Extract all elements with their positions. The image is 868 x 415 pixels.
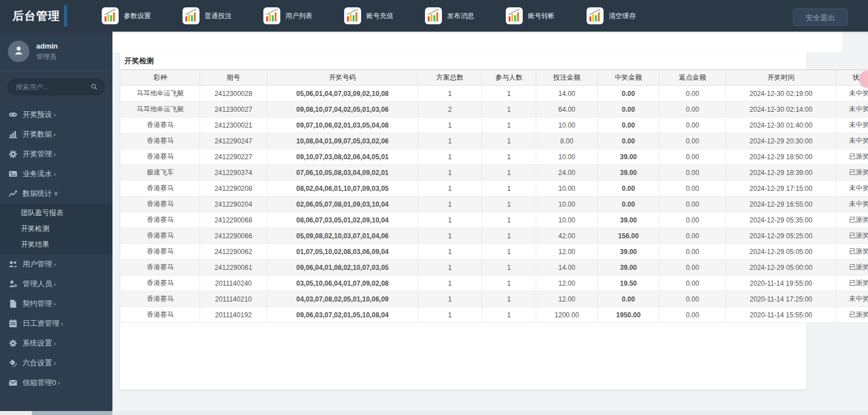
sidebar-item-label: 日工资管理 — [23, 318, 59, 329]
cell-numbers: 09,07,10,06,02,01,03,05,04,08 — [267, 117, 418, 133]
cell-win: 1950.00 — [598, 307, 659, 323]
cell-bet: 14.00 — [536, 86, 598, 102]
sidebar-item-user-manage[interactable]: 用户管理› — [0, 254, 112, 274]
cell-issue: 2412290066 — [200, 228, 267, 244]
cell-lottery: 香港赛马 — [121, 149, 200, 165]
cell-issue: 2412290062 — [200, 244, 267, 260]
cell-rebate: 0.00 — [659, 86, 726, 102]
cell-lottery: 香港赛马 — [121, 244, 200, 260]
cell-lottery: 香港赛马 — [121, 212, 200, 228]
topbar-item-clear-cache[interactable]: 清空缓存 — [587, 7, 667, 24]
cell-rebate: 0.00 — [659, 102, 726, 117]
column-header: 返点金额 — [659, 70, 726, 86]
cell-lottery: 香港赛马 — [121, 276, 200, 291]
cell-time: 2024-12-29 20:30:00 — [726, 133, 836, 149]
submenu-data-stats: 团队盈亏报表开奖检测开奖结果 — [0, 203, 112, 254]
column-header: 方案总数 — [418, 70, 482, 86]
sidebar-item-label: 契约管理 — [23, 299, 52, 309]
scrollbar-thumb[interactable] — [32, 411, 112, 415]
cell-win: 0.00 — [598, 181, 659, 196]
cell-win: 39.00 — [598, 260, 659, 276]
sidebar-item-admin-staff[interactable]: 管理人员› — [0, 274, 112, 294]
sidebar-item-draw-manage[interactable]: 开奖管理› — [0, 144, 112, 164]
cell-issue: 2011140192 — [200, 307, 267, 323]
cell-rebate: 0.00 — [659, 291, 726, 307]
chart-icon — [344, 7, 361, 24]
sidebar-item-draw-data[interactable]: 开奖数据› — [0, 124, 112, 144]
cell-status: 未中奖 — [836, 86, 868, 102]
sidebar-item-mailbox-manage[interactable]: 信箱管理0› — [0, 373, 112, 392]
cell-status: 未中奖 — [836, 291, 868, 307]
topbar-item-account-transfer[interactable]: 账号转帐 — [506, 7, 587, 24]
sidebar-item-daily-wage[interactable]: 日工资管理› — [0, 313, 112, 333]
topbar-item-normal-bet[interactable]: 普通投注 — [183, 7, 263, 24]
cell-issue: 2412290061 — [200, 260, 267, 276]
chevron-right-icon: › — [54, 171, 56, 177]
sidebar-item-data-stats[interactable]: 数据统计∨ — [0, 184, 112, 203]
topbar-item-label: 账号转帐 — [528, 11, 555, 21]
cell-players: 1 — [482, 102, 536, 117]
topbar-item-label: 参数设置 — [124, 11, 151, 21]
table-row: 香港赛马201114024003,05,10,06,04,01,07,09,02… — [121, 276, 868, 291]
cell-bet: 10.00 — [536, 196, 598, 212]
cell-bet: 64.00 — [536, 102, 598, 117]
search-icon[interactable] — [90, 83, 98, 90]
cell-status: 已派奖 — [836, 212, 868, 228]
panel-title: 开奖检测 — [120, 53, 806, 69]
topbar-item-label: 用户列表 — [285, 11, 313, 21]
sidebar-item-draw-preset[interactable]: 开奖预设› — [0, 104, 112, 124]
cell-numbers: 09,06,04,01,08,02,10,07,03,05 — [267, 260, 418, 276]
cell-numbers: 05,09,08,02,10,03,07,01,04,06 — [267, 228, 418, 244]
cell-plans: 1 — [418, 212, 482, 228]
sidebar-subitem-team-profit-report[interactable]: 团队盈亏报表 — [0, 205, 112, 221]
sidebar-item-business-flow[interactable]: 业务流水› — [0, 164, 112, 184]
cell-bet: 10.00 — [536, 181, 598, 196]
cell-time: 2020-11-14 17:25:00 — [726, 291, 836, 307]
cell-rebate: 0.00 — [659, 149, 726, 165]
sidebar-item-label: 信箱管理0 — [23, 378, 56, 388]
cell-issue: 2011140240 — [200, 276, 267, 291]
cell-numbers: 02,06,05,07,08,01,09,03,10,04 — [267, 196, 418, 212]
cell-time: 2024-12-30 02:14:00 — [726, 102, 836, 117]
topbar-item-params-settings[interactable]: 参数设置 — [102, 7, 183, 24]
table-row: 香港赛马241229006109,06,04,01,08,02,10,07,03… — [121, 260, 868, 276]
cell-players: 1 — [482, 86, 536, 102]
column-header: 开奖时间 — [726, 70, 836, 86]
cell-rebate: 0.00 — [659, 117, 726, 133]
gear-icon — [8, 338, 18, 348]
horizontal-scrollbar[interactable] — [0, 411, 868, 415]
cell-players: 1 — [482, 307, 536, 323]
chevron-right-icon: › — [54, 111, 56, 118]
cell-time: 2024-12-29 05:05:00 — [726, 244, 836, 260]
sidebar-subitem-draw-check[interactable]: 开奖检测 — [0, 221, 112, 237]
cell-plans: 1 — [418, 181, 482, 196]
cell-lottery: 香港赛马 — [121, 181, 200, 196]
topbar-item-account-recharge[interactable]: 账号充值 — [344, 7, 425, 24]
chevron-right-icon: › — [54, 131, 56, 138]
cell-players: 1 — [482, 181, 536, 196]
chart-icon — [102, 7, 119, 24]
sidebar-subitem-draw-result[interactable]: 开奖结果 — [0, 237, 112, 252]
sidebar-item-contract-manage[interactable]: 契约管理› — [0, 294, 112, 313]
cell-plans: 1 — [418, 165, 482, 181]
topbar-item-label: 发布消息 — [447, 11, 474, 21]
cell-win: 19.50 — [598, 276, 659, 291]
logout-button[interactable]: 安全退出 — [793, 8, 848, 26]
line-chart-icon — [8, 189, 18, 198]
table-row: 香港赛马201114019209,06,03,07,02,01,05,10,08… — [121, 307, 868, 323]
sidebar-item-label: 数据统计 — [23, 189, 52, 199]
topbar-item-publish-message[interactable]: 发布消息 — [425, 7, 506, 24]
topbar-item-user-list[interactable]: 用户列表 — [263, 7, 344, 24]
cell-players: 1 — [482, 149, 536, 165]
cell-issue: 2412290247 — [200, 133, 267, 149]
user-gear-icon — [8, 279, 18, 289]
sidebar-item-liuhe-settings[interactable]: 六合设置› — [0, 353, 112, 373]
user-name: admin — [36, 42, 58, 50]
cell-issue: 2412290227 — [200, 149, 267, 165]
chevron-right-icon: › — [54, 340, 56, 347]
sidebar-item-system-settings[interactable]: 系统设置› — [0, 333, 112, 353]
app-title: 后台管理 — [12, 0, 60, 32]
cell-players: 1 — [482, 260, 536, 276]
cell-win: 39.00 — [598, 165, 659, 181]
user-block: admin 管理员 — [0, 32, 112, 71]
